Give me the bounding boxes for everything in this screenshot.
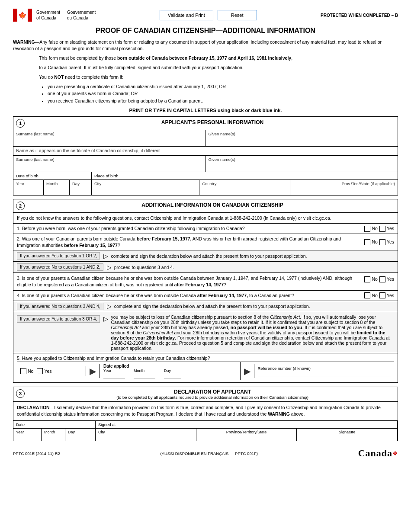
- givennames-label: Given name(s): [209, 131, 395, 136]
- cert-name-row: Name as it appears on the certificate of…: [13, 147, 398, 156]
- question4-text: 4. Is one of your parents a Canadian cit…: [17, 292, 360, 299]
- warning-text: WARNING—Any false or misleading statemen…: [13, 39, 398, 51]
- q2-yes-checkbox[interactable]: [379, 239, 385, 245]
- pob-fields: City Country Prov./Ter./State (if applic…: [92, 180, 398, 195]
- name-row2: Surname (last name) Given name(s): [13, 156, 398, 172]
- q4-yes-checkbox[interactable]: [379, 292, 385, 298]
- section3-subtitle: (to be completed by all applicants requi…: [27, 395, 398, 400]
- canada-a-flag: a: [387, 448, 392, 459]
- warning-ref: WARNING: [268, 411, 290, 417]
- question5-row: 5. Have you applied to Citizenship and I…: [13, 353, 398, 383]
- surname2-input[interactable]: [16, 163, 203, 170]
- cond1-text: complete and sign the declaration below …: [111, 253, 307, 259]
- reset-button[interactable]: Reset: [218, 10, 257, 20]
- print-instruction: PRINT OR TYPE IN CAPITAL LETTERS using b…: [13, 108, 398, 113]
- q1-no-item: No: [364, 225, 377, 232]
- q5-date-subfields: Year Month Day: [103, 369, 237, 378]
- sig-city-cell: City: [96, 429, 196, 441]
- sig-month-cell: Month: [42, 429, 65, 441]
- cond1-arrow: ▷: [103, 253, 108, 260]
- page-header: 🍁 Government of Canada Gouvernement du C…: [13, 9, 398, 22]
- declaration-label: DECLARATION: [17, 405, 50, 410]
- dob-year-input[interactable]: [16, 187, 41, 192]
- sig-prov-input[interactable]: [199, 434, 294, 439]
- pob-city-input[interactable]: [94, 187, 196, 192]
- sig-city-input[interactable]: [98, 434, 193, 439]
- dob-day-input[interactable]: [72, 187, 89, 192]
- q5-day-input[interactable]: [164, 373, 181, 378]
- q3-yes-checkbox[interactable]: [379, 276, 385, 282]
- q2-no-checkbox[interactable]: [364, 239, 370, 245]
- page-title: PROOF OF CANADIAN CITIZENSHIP—ADDITIONAL…: [13, 27, 398, 35]
- conditional3-row: If you answered No to questions 3 AND 4,…: [13, 301, 398, 312]
- q5-arrow2: ▶: [241, 364, 254, 378]
- section1: 1 APPLICANT'S PERSONAL INFORMATION Surna…: [13, 116, 398, 195]
- sig-day-input[interactable]: [68, 434, 83, 439]
- sig-date-label: Date: [13, 421, 95, 429]
- sig-prov-cell: Province/Territory/State: [196, 429, 297, 441]
- cond1-label: If you answered Yes to question 1 OR 2,: [17, 252, 100, 260]
- q5-month-input[interactable]: [134, 373, 155, 378]
- question3-checkboxes: No Yes: [364, 275, 394, 282]
- dob-year-cell: Year: [13, 180, 44, 195]
- q5-no-checkbox[interactable]: [20, 368, 26, 374]
- q4-no-checkbox[interactable]: [364, 292, 370, 298]
- dob-fields: Year Month Day: [13, 180, 91, 195]
- q3-no-checkbox[interactable]: [364, 276, 370, 282]
- government-name: Government of Canada: [36, 10, 60, 21]
- surname-cell: Surname (last name): [13, 130, 206, 146]
- sig-signature-input[interactable]: [299, 434, 395, 439]
- section1-number: 1: [16, 119, 25, 128]
- question1-checkboxes: No Yes: [364, 225, 394, 232]
- dob-month-input[interactable]: [46, 187, 67, 192]
- sig-at-label: Signed at: [96, 421, 397, 429]
- section1-header: 1 APPLICANT'S PERSONAL INFORMATION: [13, 117, 398, 130]
- question1-text: 1. Before you were born, was one of your…: [17, 225, 360, 232]
- section3-number: 3: [16, 389, 25, 398]
- q5-yes-item: Yes: [37, 368, 51, 374]
- q5-no-item: No: [20, 368, 33, 374]
- page-footer: PPTC 001E (2014-11) R2 (AUSSI DISPONIBLE…: [13, 448, 398, 459]
- sig-at-fields: City Province/Territory/State Signature: [96, 429, 397, 441]
- surname-input[interactable]: [16, 137, 203, 145]
- pob-section: Place of birth City Country Prov./Ter./S…: [92, 172, 398, 195]
- pob-state-input[interactable]: [293, 187, 395, 192]
- cond3-text: complete and sign the declaration below …: [114, 304, 310, 309]
- dob-month-cell: Month: [44, 180, 70, 195]
- sig-year-input[interactable]: [16, 434, 40, 439]
- question3-text: 3. Is one of your parents a Canadian cit…: [17, 275, 360, 288]
- canada-wordmark-area: Canada❖: [358, 448, 398, 459]
- validate-print-button[interactable]: Validate and Print: [160, 10, 213, 20]
- q3-no-item: No: [364, 276, 377, 282]
- q1-no-checkbox[interactable]: [364, 226, 370, 232]
- dob-label-row: Date of birth: [13, 172, 91, 180]
- pob-label: Place of birth: [92, 172, 398, 180]
- pob-country-input[interactable]: [202, 187, 287, 192]
- header-buttons: Validate and Print Reset: [160, 10, 257, 20]
- q5-ref-input[interactable]: [258, 371, 391, 376]
- givennames2-input[interactable]: [209, 163, 395, 170]
- cond4-arrow: ▷: [103, 315, 108, 322]
- q5-yes-checkbox[interactable]: [37, 368, 43, 374]
- q5-year-input[interactable]: [103, 373, 125, 378]
- question2-checkboxes: No Yes: [364, 239, 394, 245]
- cond2-label: If you answered No to questions 1 AND 2,: [17, 263, 103, 271]
- q5-no-yes: No Yes: [17, 366, 86, 376]
- q5-ref-field: Reference number (if known): [254, 364, 395, 378]
- instruction-line3: You do NOT need to complete this form if…: [39, 74, 398, 81]
- givennames-input[interactable]: [209, 137, 395, 145]
- bullet-2: one of your parents was born in Canada; …: [48, 90, 398, 97]
- question4-row: 4. Is one of your parents a Canadian cit…: [13, 291, 398, 301]
- q5-inputs: No Yes ▶ Date applied Year Month: [17, 362, 394, 380]
- sig-month-input[interactable]: [44, 434, 64, 439]
- cond4-label: If you answered Yes to question 3 OR 4,: [17, 315, 100, 323]
- cond4-text: you may be subject to loss of Canadian c…: [111, 314, 394, 351]
- question4-checkboxes: No Yes: [364, 292, 394, 299]
- conditional1-row: If you answered Yes to question 1 OR 2, …: [13, 250, 398, 262]
- q1-yes-checkbox[interactable]: [379, 226, 385, 232]
- section2-header: 2 ADDITIONAL INFORMATION ON CANADIAN CIT…: [13, 199, 398, 213]
- declaration-text: DECLARATION—I solemnly declare that the …: [13, 402, 398, 421]
- surname2-label: Surname (last name): [16, 157, 203, 162]
- instruction-line2: to a Canadian parent. It must be fully c…: [39, 64, 398, 71]
- canada-flag-dots: ❖: [392, 450, 398, 457]
